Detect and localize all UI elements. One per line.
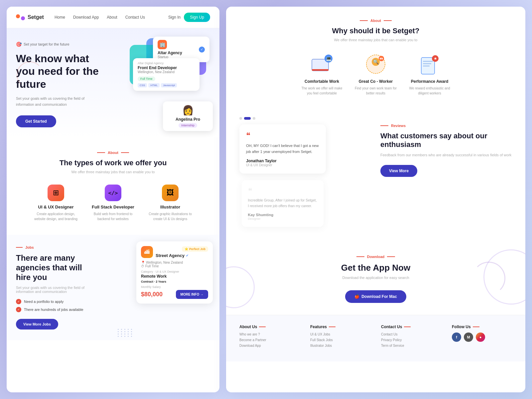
footer-contact[interactable]: Contact Us	[381, 332, 441, 336]
download-mac-button[interactable]: 🍎 Download For Mac	[345, 290, 406, 303]
review-role-2: Designer	[248, 217, 318, 220]
review-card-1: ❝ OH, MY GOD! I can't believe that I got…	[239, 124, 326, 174]
why-award: ★ Performance Award We reward enthusiast…	[408, 53, 451, 96]
role-title: Front End Developer	[138, 66, 195, 70]
logo: Setget	[16, 14, 44, 20]
footer-columns: About Us Who we are ? Become a Partner D…	[239, 325, 512, 349]
ux-icon: ⊞	[48, 185, 64, 201]
footer-social-title: Follow Us	[452, 325, 512, 329]
svg-rect-1	[312, 69, 329, 71]
reviews-label: Reviews	[380, 124, 512, 128]
nav-contact[interactable]: Contact Us	[125, 15, 145, 20]
checklist-text-2: There are hundreds of jobs available	[24, 308, 83, 312]
dot-3	[253, 117, 255, 120]
dev-desc: Build web from frontend to backend for w…	[90, 211, 136, 221]
facebook-icon[interactable]: f	[452, 332, 461, 342]
svg-text:💻: 💻	[326, 56, 332, 62]
dot-1	[239, 117, 242, 120]
reviews-sub: Feedback from our members who are alread…	[380, 152, 512, 158]
footer-col-features: Features UI & UX Jobs Full Stack Jobs Il…	[310, 325, 370, 349]
target-icon: 🎯	[16, 42, 22, 47]
feature-ux: ⊞ UI & UX Designer Create application de…	[33, 185, 79, 221]
right-panel: About Why should it be Setget? We offer …	[226, 7, 525, 392]
job-type: ⏱ Full Time	[141, 264, 208, 268]
about-right-label: About	[239, 19, 512, 23]
frontend-card: Altar Digital Agency Front End Developer…	[133, 58, 200, 91]
download-title: Get the App Now	[239, 263, 512, 273]
jobs-title: There are many agencies that will hire y…	[16, 253, 82, 282]
altar-check: ✓	[199, 47, 205, 53]
illus-desc: Create graphic illustrations to create U…	[147, 211, 194, 221]
logo-icon	[16, 14, 25, 20]
award-name: Performance Award	[408, 79, 451, 84]
signup-button[interactable]: Sign Up	[184, 13, 210, 22]
features-row: ⊞ UI & UX Designer Create application de…	[16, 185, 210, 221]
jobs-label-text: Jobs	[25, 245, 34, 249]
hero-subtitle: Set your goals with us covering the fiel…	[16, 96, 96, 107]
review-author-2: Kay Shumting	[248, 213, 318, 217]
job-contract: Contract · 2 Years	[141, 280, 208, 283]
footer-col-about: About Us Who we are ? Become a Partner D…	[239, 325, 300, 349]
dl-line-right	[387, 256, 395, 257]
svg-rect-11	[423, 63, 431, 64]
more-info-button[interactable]: MORE INFO →	[176, 290, 208, 299]
verified-icon: ✔	[186, 254, 189, 257]
tag-js: Javascript	[161, 83, 177, 87]
job-role: Remote Work	[141, 274, 208, 279]
footer-terms[interactable]: Term of Service	[381, 344, 441, 347]
ux-name: UI & UX Designer	[33, 204, 79, 209]
why-comfortable: 💻 Comfortable Work The work we offer wil…	[300, 53, 343, 96]
footer-line-1	[259, 327, 266, 327]
angelina-name: Angelina Pro	[168, 117, 208, 122]
nav-about[interactable]: About	[107, 15, 117, 20]
download-sub: Download the application for easy search	[239, 276, 512, 280]
footer-ux-jobs[interactable]: UI & UX Jobs	[310, 332, 370, 336]
nav-home[interactable]: Home	[55, 15, 65, 20]
check-icon-2: ✓	[16, 307, 21, 312]
dl-line-left	[356, 256, 364, 257]
left-panel: Setget Home Download App About Contact U…	[7, 7, 219, 392]
award-icon: ★	[418, 53, 441, 76]
illus-icon: 🖼	[162, 185, 179, 201]
view-more-button[interactable]: View More	[380, 165, 417, 177]
why-coworker: 🔍 🕶 Great Co - Worker Find your own work…	[354, 53, 397, 96]
coworker-desc: Find your own work team for better resul…	[354, 86, 397, 96]
signin-button[interactable]: Sign In	[168, 15, 181, 20]
logo-dot-purple	[21, 16, 25, 20]
get-started-button[interactable]: Get Started	[16, 115, 56, 127]
label-line-left	[97, 152, 105, 153]
footer-illus-jobs[interactable]: Illustrator Jobs	[310, 344, 370, 347]
footer-partner[interactable]: Become a Partner	[239, 338, 300, 342]
footer-dl[interactable]: Download App	[239, 344, 300, 347]
medium-icon[interactable]: M	[464, 332, 473, 342]
illus-name: Illustrator	[147, 204, 194, 209]
footer-line-4	[473, 327, 479, 327]
footer-who[interactable]: Who we are ?	[239, 332, 300, 336]
card-location: Wellington, New Zealand	[138, 70, 195, 74]
nav-links: Home Download App About Contact Us	[55, 15, 158, 20]
job-card-header: 🏙 ⭐ Perfect Job Street Agency ✔	[141, 246, 208, 258]
job-category: Category · UI & UX Designer	[141, 270, 208, 273]
nav-download[interactable]: Download App	[73, 15, 99, 20]
reviews-label-text: Reviews	[391, 124, 406, 128]
jobs-line	[16, 247, 23, 248]
r-label-line-right	[384, 20, 392, 21]
quote-icon-2: ❝	[248, 187, 318, 196]
internship-badge: Internship	[179, 123, 197, 128]
footer-fullstack-jobs[interactable]: Full Stack Jobs	[310, 338, 370, 342]
review-text-2: Incredible Group, After I joined up for …	[248, 198, 318, 209]
feature-illus: 🖼 Illustrator Create graphic illustratio…	[147, 185, 194, 221]
view-jobs-button[interactable]: View More Jobs	[16, 319, 58, 330]
quote-icon-1: ❝	[246, 131, 319, 140]
why-title: Why should it be Setget?	[239, 27, 512, 35]
footer-privacy[interactable]: Privacy Policy	[381, 338, 441, 342]
carousel-dots	[239, 117, 371, 120]
check-icon-1: ✓	[16, 299, 21, 304]
reviews-right: Reviews What customers say about our ent…	[380, 117, 512, 177]
instagram-icon[interactable]: ●	[476, 332, 485, 342]
dot-2	[244, 117, 251, 120]
dev-icon: </>	[105, 185, 121, 201]
r-label-text: About	[370, 19, 381, 23]
job-company: Street Agency	[156, 253, 185, 258]
coworker-icon: 🔍 🕶	[364, 53, 387, 76]
